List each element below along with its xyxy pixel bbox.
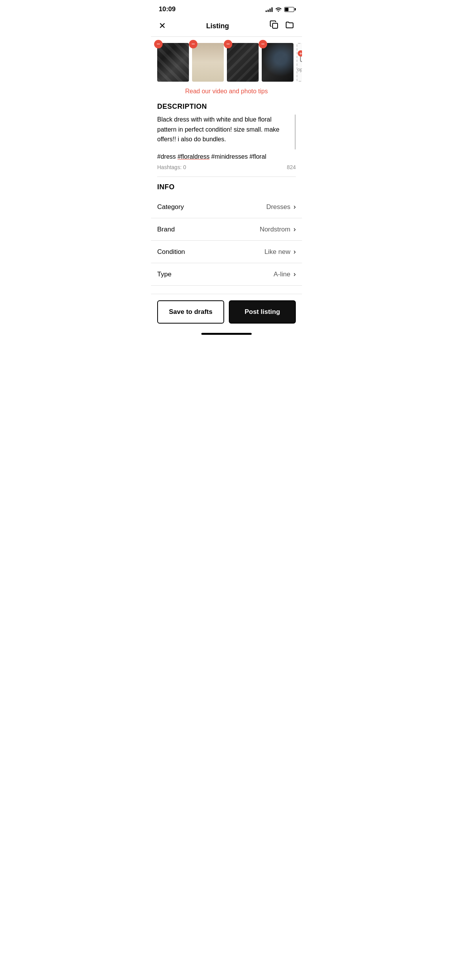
photo-thumb-3 [227,43,259,82]
hashtags-remaining: 824 [287,164,296,170]
header-right [269,20,294,32]
remove-photo-1[interactable]: − [154,40,163,48]
info-value-condition: Like new [264,248,290,256]
wifi-icon [275,6,282,13]
status-time: 10:09 [159,5,175,13]
info-value-brand: Nordstrom [260,226,290,233]
tips-link-container: Read our video and photo tips [151,85,302,103]
save-drafts-button[interactable]: Save to drafts [157,300,224,324]
info-section: INFO Category Dresses › Brand Nordstrom … [151,177,302,294]
remove-photo-3[interactable]: − [224,40,232,48]
add-video-plus-icon: + [298,50,302,57]
chevron-type: › [293,270,296,278]
add-video-placeholder[interactable]: + optional [297,43,302,82]
hashtags-count: Hashtags: 0 [157,164,186,170]
close-button[interactable]: ✕ [159,21,166,31]
signal-icon [266,7,273,12]
photo-item-2: − [192,43,224,82]
battery-icon [284,7,294,12]
hashtag-dress: #dress [157,153,177,160]
remove-photo-4[interactable]: − [259,40,267,48]
photo-thumb-4 [262,43,293,82]
hashtag-floraldress: #floraldress [177,153,209,160]
info-row-length[interactable]: Length Midi, Mini › [151,286,302,294]
hashtags-text: #dress #floraldress #minidresses #floral [157,149,296,163]
hashtags-meta: Hashtags: 0 824 [157,163,296,177]
tips-link[interactable]: Read our video and photo tips [185,88,268,94]
info-row-brand[interactable]: Brand Nordstrom › [151,218,302,241]
photo-item-1: − [157,43,189,82]
header-left: ✕ [159,21,166,31]
header: ✕ Listing [151,17,302,37]
description-title: DESCRIPTION [157,103,296,115]
svg-rect-0 [273,23,278,28]
page-title: Listing [166,22,269,30]
info-row-category[interactable]: Category Dresses › [151,196,302,218]
info-label-brand: Brand [157,226,175,233]
add-video-icon: + [300,53,302,65]
chevron-category: › [293,203,296,211]
optional-label: optional [297,67,302,72]
post-listing-button[interactable]: Post listing [229,300,296,324]
hashtag-minidresses: #minidresses #floral [209,153,266,160]
remove-photo-2[interactable]: − [189,40,197,48]
info-row-condition[interactable]: Condition Like new › [151,241,302,263]
info-title: INFO [151,183,302,196]
photo-item-4: − [262,43,293,82]
status-icons [266,6,294,13]
main-content: − − − − + optional Read our v [151,37,302,294]
home-indicator [151,330,302,338]
chevron-brand: › [293,225,296,233]
chevron-condition: › [293,248,296,256]
copy-icon[interactable] [269,20,279,32]
description-wrapper: Black dress with with white and blue flo… [157,115,296,149]
description-section: DESCRIPTION Black dress with with white … [151,103,302,177]
info-row-type[interactable]: Type A-line › [151,263,302,286]
info-value-type: A-line [274,271,290,278]
photo-thumb-2 [192,43,224,82]
photo-thumb-1 [157,43,189,82]
bottom-bar: Save to drafts Post listing [151,294,302,330]
photo-strip: − − − − + optional [151,37,302,85]
home-bar [201,333,252,335]
folder-icon[interactable] [285,20,294,32]
photo-item-3: − [227,43,259,82]
description-body[interactable]: Black dress with with white and blue flo… [157,115,296,149]
status-bar: 10:09 [151,0,302,17]
info-label-type: Type [157,271,172,278]
info-value-category: Dresses [266,203,290,211]
info-label-condition: Condition [157,248,185,256]
info-label-category: Category [157,203,184,211]
